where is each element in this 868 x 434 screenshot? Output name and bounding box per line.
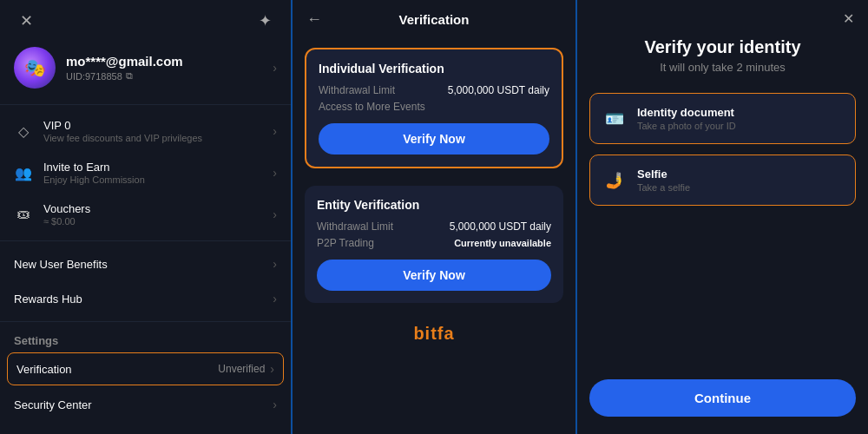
vouchers-sub: ≈ $0.00 [43, 216, 262, 227]
divider-1 [0, 104, 291, 105]
entity-card-title: Entity Verification [317, 198, 551, 212]
selfie-icon: 🤳 [602, 168, 627, 193]
rewards-label: Rewards Hub [14, 293, 273, 306]
security-label: Security Center [14, 398, 273, 411]
verify-title: Verify your identity [595, 37, 851, 57]
identity-document-option[interactable]: 🪪 Identity document Take a photo of your… [589, 93, 856, 144]
vip-title: VIP 0 [43, 119, 262, 132]
verification-label: Verification [16, 363, 218, 376]
settings-icon[interactable]: ✦ [253, 9, 277, 33]
vouchers-title: Vouchers [43, 202, 262, 215]
new-user-label: New User Benefits [14, 258, 273, 271]
id-document-sub: Take a photo of your ID [637, 121, 843, 131]
mid-panel: ← Verification Individual Verification W… [291, 0, 577, 434]
menu-item-vip[interactable]: ◇ VIP 0 View fee discounts and VIP privi… [0, 110, 291, 152]
right-panel: ✕ Verify your identity It will only take… [577, 0, 868, 434]
selfie-option[interactable]: 🤳 Selfie Take a selfie [589, 155, 856, 206]
divider-2 [0, 240, 291, 241]
security-chevron: › [273, 398, 277, 411]
close-icon[interactable]: ✕ [14, 9, 38, 33]
menu-item-vouchers[interactable]: 🎟 Vouchers ≈ $0.00 › [0, 194, 291, 235]
nav-item-verification[interactable]: Verification Unverified › [7, 352, 284, 385]
individual-row-1: Withdrawal Limit 5,000,000 USDT daily [319, 84, 549, 96]
vip-sub: View fee discounts and VIP privileges [43, 133, 262, 143]
verification-chevron: › [270, 362, 274, 376]
vip-chevron: › [273, 124, 277, 138]
left-topbar: ✕ ✦ [0, 0, 291, 42]
profile-section: 🎭 mo****@gmail.com UID:9718858 ⧉ › [0, 42, 291, 99]
verify-header: Verify your identity It will only take 2… [577, 37, 868, 88]
entity-row-1: Withdrawal Limit 5,000,000 USDT daily [317, 220, 551, 233]
unverified-badge: Unverified [218, 363, 265, 375]
nav-item-security[interactable]: Security Center › [0, 387, 291, 422]
entity-row2-label: P2P Trading [317, 237, 374, 249]
profile-uid: UID:9718858 ⧉ [66, 70, 183, 82]
nav-item-rewards[interactable]: Rewards Hub › [0, 281, 291, 316]
right-close-icon[interactable]: ✕ [843, 10, 854, 27]
menu-item-invite[interactable]: 👥 Invite to Earn Enjoy High Commission › [0, 152, 291, 194]
mid-panel-title: Verification [399, 12, 470, 27]
settings-section-label: Settings [0, 327, 291, 351]
id-document-icon: 🪪 [602, 107, 627, 131]
verify-subtitle: It will only take 2 minutes [595, 61, 851, 74]
right-topbar: ✕ [577, 0, 868, 37]
selfie-title: Selfie [637, 168, 843, 181]
nav-item-new-user[interactable]: New User Benefits › [0, 247, 291, 281]
profile-chevron: › [273, 61, 277, 75]
avatar: 🎭 [14, 47, 56, 89]
profile-email: mo****@gmail.com [66, 54, 183, 69]
entity-row1-label: Withdrawal Limit [317, 220, 393, 233]
entity-row1-value: 5,000,000 USDT daily [450, 220, 551, 233]
individual-row-2: Access to More Events [319, 101, 549, 113]
mid-topbar: ← Verification [293, 0, 575, 39]
back-icon[interactable]: ← [306, 10, 322, 29]
invite-sub: Enjoy High Commission [43, 174, 262, 185]
vouchers-icon: 🎟 [14, 205, 33, 224]
invite-title: Invite to Earn [43, 161, 262, 174]
vouchers-chevron: › [273, 207, 277, 221]
id-document-title: Identity document [637, 106, 843, 119]
entity-row-2: P2P Trading Currently unavailable [317, 237, 551, 249]
individual-row1-label: Withdrawal Limit [319, 84, 395, 96]
individual-verify-button[interactable]: Verify Now [319, 123, 549, 155]
vip-icon: ◇ [14, 122, 33, 141]
entity-row2-value: Currently unavailable [454, 238, 551, 248]
individual-row1-value: 5,000,000 USDT daily [448, 84, 549, 96]
divider-3 [0, 321, 291, 322]
individual-card-title: Individual Verification [319, 62, 549, 76]
individual-row2-label: Access to More Events [319, 101, 425, 113]
continue-button[interactable]: Continue [589, 379, 856, 417]
new-user-chevron: › [273, 257, 277, 271]
left-panel: ✕ ✦ 🎭 mo****@gmail.com UID:9718858 ⧉ › ◇… [0, 0, 291, 434]
individual-verification-card: Individual Verification Withdrawal Limit… [305, 48, 563, 168]
entity-verification-card: Entity Verification Withdrawal Limit 5,0… [305, 186, 563, 303]
selfie-sub: Take a selfie [637, 182, 843, 193]
invite-icon: 👥 [14, 163, 33, 182]
bitfa-logo: bitfa [293, 324, 575, 344]
rewards-chevron: › [273, 292, 277, 306]
profile-info: mo****@gmail.com UID:9718858 ⧉ [66, 54, 183, 82]
invite-chevron: › [273, 166, 277, 180]
copy-icon[interactable]: ⧉ [126, 70, 133, 82]
entity-verify-button[interactable]: Verify Now [317, 260, 551, 291]
